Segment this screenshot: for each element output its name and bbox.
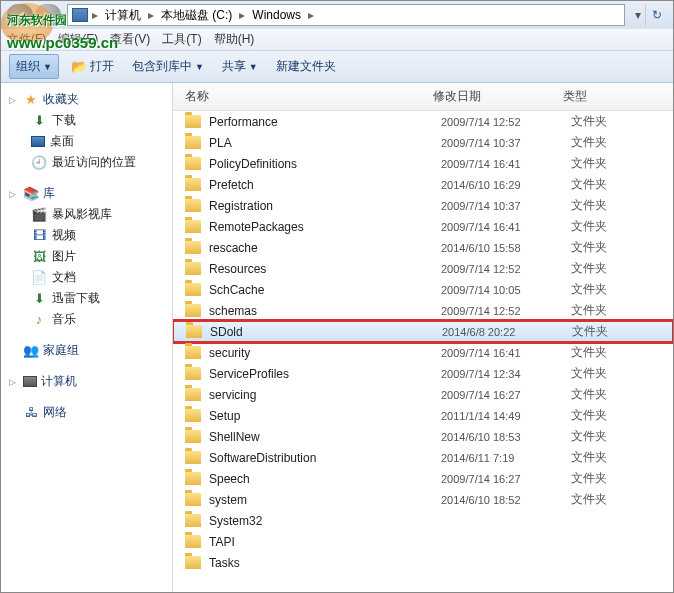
sidebar-network[interactable]: 🖧网络	[1, 402, 172, 423]
table-row[interactable]: SDold2014/6/8 20:22文件夹	[173, 321, 673, 342]
table-row[interactable]: ServiceProfiles2009/7/14 12:34文件夹	[173, 363, 673, 384]
table-row[interactable]: Tasks	[173, 552, 673, 573]
file-date: 2014/6/10 16:29	[441, 179, 571, 191]
file-type: 文件夹	[571, 134, 607, 151]
table-row[interactable]: Setup2011/1/14 14:49文件夹	[173, 405, 673, 426]
sidebar-item-music[interactable]: ♪音乐	[1, 309, 172, 330]
file-date: 2014/6/10 18:52	[441, 494, 571, 506]
include-button[interactable]: 包含到库中▼	[126, 55, 210, 78]
sidebar-item-thunder[interactable]: ⬇迅雷下载	[1, 288, 172, 309]
table-row[interactable]: Resources2009/7/14 12:52文件夹	[173, 258, 673, 279]
sidebar-item-video[interactable]: 🎞视频	[1, 225, 172, 246]
address-dropdown[interactable]: ▾	[631, 8, 645, 22]
folder-icon	[185, 535, 201, 548]
table-row[interactable]: SoftwareDistribution2014/6/11 7:19文件夹	[173, 447, 673, 468]
file-type: 文件夹	[571, 260, 607, 277]
table-row[interactable]: Registration2009/7/14 10:37文件夹	[173, 195, 673, 216]
table-row[interactable]: SchCache2009/7/14 10:05文件夹	[173, 279, 673, 300]
col-date[interactable]: 修改日期	[433, 88, 563, 105]
sidebar-item-desktop[interactable]: 桌面	[1, 131, 172, 152]
breadcrumb-computer[interactable]: 计算机	[102, 7, 144, 24]
menu-view[interactable]: 查看(V)	[110, 31, 150, 48]
open-icon: 📂	[71, 59, 87, 75]
table-row[interactable]: Performance2009/7/14 12:52文件夹	[173, 111, 673, 132]
file-type: 文件夹	[571, 407, 607, 424]
sidebar-libraries[interactable]: ▷📚库	[1, 183, 172, 204]
computer-icon	[23, 376, 37, 387]
table-row[interactable]: System32	[173, 510, 673, 531]
folder-icon	[185, 514, 201, 527]
sidebar-item-recent[interactable]: 🕘最近访问的位置	[1, 152, 172, 173]
breadcrumb-sep: ▸	[92, 8, 98, 22]
file-rows: Performance2009/7/14 12:52文件夹PLA2009/7/1…	[173, 111, 673, 592]
picture-icon: 🖼	[31, 249, 47, 265]
table-row[interactable]: system2014/6/10 18:52文件夹	[173, 489, 673, 510]
document-icon: 📄	[31, 270, 47, 286]
file-date: 2009/7/14 16:41	[441, 158, 571, 170]
menu-edit[interactable]: 编辑(E)	[58, 31, 98, 48]
file-date: 2009/7/14 12:52	[441, 305, 571, 317]
table-row[interactable]: servicing2009/7/14 16:27文件夹	[173, 384, 673, 405]
file-name: Resources	[209, 262, 441, 276]
table-row[interactable]: ShellNew2014/6/10 18:53文件夹	[173, 426, 673, 447]
file-type: 文件夹	[571, 197, 607, 214]
refresh-button[interactable]: ↻	[645, 4, 667, 26]
network-icon: 🖧	[23, 405, 39, 421]
folder-icon	[185, 367, 201, 380]
col-name[interactable]: 名称	[173, 88, 433, 105]
organize-button[interactable]: 组织▼	[9, 54, 59, 79]
file-name: TAPI	[209, 535, 441, 549]
share-button[interactable]: 共享▼	[216, 55, 264, 78]
breadcrumb-windows[interactable]: Windows	[249, 8, 304, 22]
file-type: 文件夹	[571, 155, 607, 172]
table-row[interactable]: RemotePackages2009/7/14 16:41文件夹	[173, 216, 673, 237]
sidebar-favorites[interactable]: ▷★收藏夹	[1, 89, 172, 110]
file-name: PolicyDefinitions	[209, 157, 441, 171]
table-row[interactable]: Prefetch2014/6/10 16:29文件夹	[173, 174, 673, 195]
sidebar: ▷★收藏夹 ⬇下载 桌面 🕘最近访问的位置 ▷📚库 🎬暴风影视库 🎞视频 🖼图片…	[1, 83, 173, 592]
file-name: Registration	[209, 199, 441, 213]
table-row[interactable]: schemas2009/7/14 12:52文件夹	[173, 300, 673, 321]
sidebar-computer[interactable]: ▷计算机	[1, 371, 172, 392]
desktop-icon	[31, 136, 45, 147]
file-date: 2009/7/14 16:27	[441, 473, 571, 485]
watermark-logo	[1, 3, 53, 43]
sidebar-item-downloads[interactable]: ⬇下载	[1, 110, 172, 131]
file-date: 2009/7/14 12:34	[441, 368, 571, 380]
computer-icon	[72, 8, 88, 22]
menu-tools[interactable]: 工具(T)	[162, 31, 201, 48]
file-name: system	[209, 493, 441, 507]
folder-icon	[185, 556, 201, 569]
address-bar[interactable]: ▸ 计算机 ▸ 本地磁盘 (C:) ▸ Windows ▸	[67, 4, 625, 26]
table-row[interactable]: rescache2014/6/10 15:58文件夹	[173, 237, 673, 258]
table-row[interactable]: TAPI	[173, 531, 673, 552]
col-type[interactable]: 类型	[563, 88, 673, 105]
menu-help[interactable]: 帮助(H)	[214, 31, 255, 48]
file-type: 文件夹	[571, 218, 607, 235]
homegroup-icon: 👥	[23, 343, 39, 359]
table-row[interactable]: PLA2009/7/14 10:37文件夹	[173, 132, 673, 153]
sidebar-homegroup[interactable]: 👥家庭组	[1, 340, 172, 361]
breadcrumb-sep: ▸	[308, 8, 314, 22]
sidebar-item-stormvideo[interactable]: 🎬暴风影视库	[1, 204, 172, 225]
file-name: System32	[209, 514, 441, 528]
folder-icon	[185, 493, 201, 506]
sidebar-item-pictures[interactable]: 🖼图片	[1, 246, 172, 267]
file-type: 文件夹	[571, 113, 607, 130]
breadcrumb-disk[interactable]: 本地磁盘 (C:)	[158, 7, 235, 24]
column-headers: 名称 修改日期 类型	[173, 83, 673, 111]
newfolder-button[interactable]: 新建文件夹	[270, 55, 342, 78]
breadcrumb-sep: ▸	[148, 8, 154, 22]
file-date: 2014/6/11 7:19	[441, 452, 571, 464]
table-row[interactable]: Speech2009/7/14 16:27文件夹	[173, 468, 673, 489]
table-row[interactable]: security2009/7/14 16:41文件夹	[173, 342, 673, 363]
table-row[interactable]: PolicyDefinitions2009/7/14 16:41文件夹	[173, 153, 673, 174]
sidebar-item-documents[interactable]: 📄文档	[1, 267, 172, 288]
folder-icon	[185, 409, 201, 422]
video-icon: 🎞	[31, 228, 47, 244]
file-date: 2014/6/10 18:53	[441, 431, 571, 443]
file-type: 文件夹	[571, 449, 607, 466]
folder-icon	[185, 241, 201, 254]
open-button[interactable]: 📂打开	[65, 55, 120, 78]
file-name: Prefetch	[209, 178, 441, 192]
